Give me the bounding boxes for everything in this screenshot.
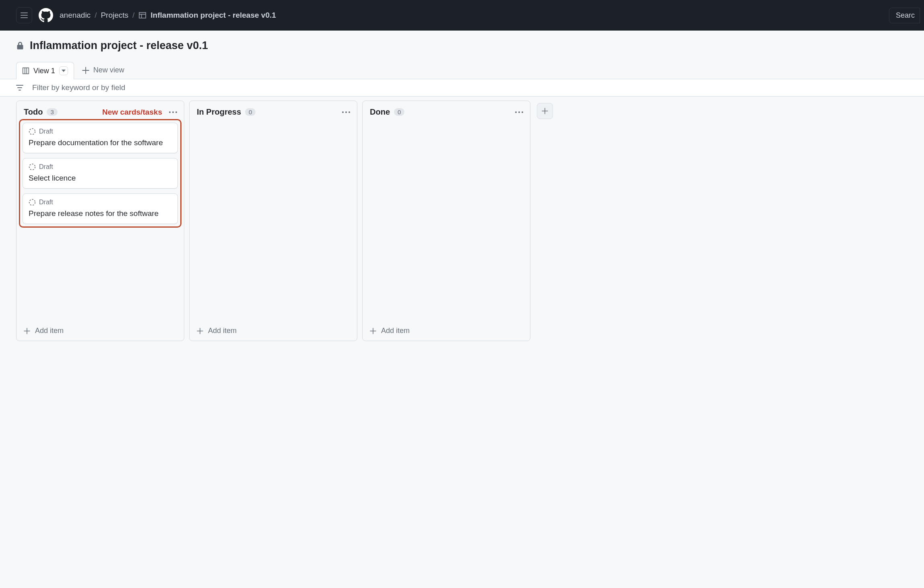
- tab-label: View 1: [33, 67, 55, 75]
- draft-status-icon: [29, 163, 36, 171]
- breadcrumb-projects[interactable]: Projects: [101, 11, 128, 20]
- tab-options-button[interactable]: [59, 66, 68, 75]
- card[interactable]: Draft Prepare documentation for the soft…: [23, 123, 178, 153]
- add-item-label: Add item: [208, 327, 237, 335]
- plus-icon: [24, 328, 30, 334]
- plus-icon: [370, 328, 376, 334]
- hamburger-icon: [21, 12, 28, 18]
- svg-point-0: [169, 111, 171, 113]
- hamburger-menu-button[interactable]: [16, 7, 32, 23]
- column-count-badge: 0: [245, 108, 256, 116]
- add-item-label: Add item: [381, 327, 410, 335]
- new-view-button[interactable]: New view: [76, 62, 130, 78]
- svg-point-2: [175, 111, 177, 113]
- column-in-progress: In Progress 0 Add item: [189, 101, 357, 341]
- column-menu-button[interactable]: [515, 111, 524, 113]
- lock-icon: [16, 41, 24, 50]
- svg-point-9: [515, 111, 517, 113]
- column-todo: Todo 3 New cards/tasks Draft Prepare doc…: [16, 101, 184, 341]
- svg-point-4: [29, 164, 35, 170]
- filter-bar: [0, 79, 924, 97]
- board: Todo 3 New cards/tasks Draft Prepare doc…: [0, 97, 924, 346]
- svg-point-10: [518, 111, 520, 113]
- new-view-label: New view: [93, 66, 124, 74]
- column-name: Todo: [24, 107, 43, 117]
- card-status: Draft: [39, 163, 53, 171]
- breadcrumb-separator: /: [95, 11, 97, 20]
- table-icon: [138, 11, 146, 19]
- column-name: Done: [370, 107, 390, 117]
- filter-icon[interactable]: [16, 85, 23, 90]
- column-menu-button[interactable]: [169, 111, 177, 113]
- card[interactable]: Draft Prepare release notes for the soft…: [23, 193, 178, 224]
- card-status: Draft: [39, 199, 53, 206]
- subheader: Inflammation project - release v0.1 View…: [0, 31, 924, 79]
- svg-point-8: [349, 111, 350, 113]
- svg-point-11: [522, 111, 523, 113]
- svg-point-7: [345, 111, 347, 113]
- annotation-highlight-box: Draft Prepare documentation for the soft…: [19, 119, 182, 228]
- chevron-down-icon: [62, 70, 66, 72]
- column-done: Done 0 Add item: [362, 101, 530, 341]
- plus-icon: [82, 67, 89, 74]
- annotation-label: New cards/tasks: [102, 108, 162, 117]
- add-column-button[interactable]: [537, 103, 553, 119]
- plus-icon: [542, 108, 548, 114]
- kebab-icon: [342, 111, 351, 113]
- draft-status-icon: [29, 128, 36, 135]
- card-title: Prepare documentation for the software: [29, 138, 172, 147]
- plus-icon: [197, 328, 203, 334]
- card-title: Select licence: [29, 174, 172, 183]
- column-menu-button[interactable]: [342, 111, 351, 113]
- column-name: In Progress: [197, 107, 241, 117]
- svg-point-6: [342, 111, 344, 113]
- page-title: Inflammation project - release v0.1: [30, 39, 208, 52]
- draft-status-icon: [29, 199, 36, 206]
- github-icon: [39, 8, 53, 23]
- card-title: Prepare release notes for the software: [29, 209, 172, 218]
- tab-view-1[interactable]: View 1: [16, 62, 74, 79]
- breadcrumb-user[interactable]: anenadic: [60, 11, 91, 20]
- kebab-icon: [515, 111, 524, 113]
- card-status: Draft: [39, 128, 53, 135]
- add-item-button[interactable]: Add item: [190, 321, 357, 341]
- add-item-button[interactable]: Add item: [16, 321, 184, 341]
- board-icon: [22, 67, 29, 74]
- breadcrumb-separator: /: [132, 11, 134, 20]
- card[interactable]: Draft Select licence: [23, 158, 178, 189]
- column-count-badge: 0: [394, 108, 404, 116]
- svg-point-5: [29, 199, 35, 206]
- column-count-badge: 3: [47, 108, 57, 116]
- top-nav: anenadic / Projects / Inflammation proje…: [0, 0, 924, 31]
- add-item-button[interactable]: Add item: [363, 321, 530, 341]
- github-logo[interactable]: [38, 7, 54, 23]
- add-item-label: Add item: [35, 327, 64, 335]
- svg-point-3: [29, 129, 35, 135]
- kebab-icon: [169, 111, 177, 113]
- breadcrumb-project-name[interactable]: Inflammation project - release v0.1: [151, 11, 276, 20]
- breadcrumb: anenadic / Projects / Inflammation proje…: [60, 11, 276, 20]
- filter-input[interactable]: [32, 83, 908, 92]
- svg-point-1: [172, 111, 174, 113]
- search-button[interactable]: Searc: [889, 8, 920, 23]
